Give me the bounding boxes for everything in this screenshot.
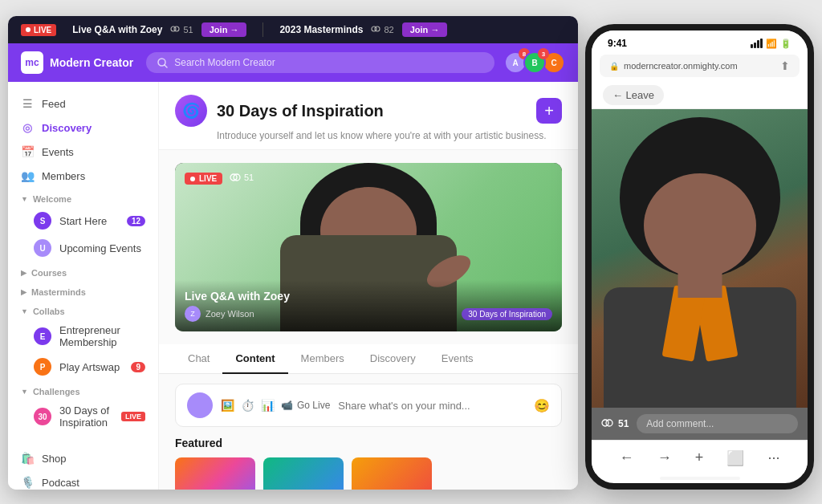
lock-icon: 🔒 — [609, 62, 619, 71]
app-header: mc Modern Creator Search Modern Creator … — [8, 43, 578, 82]
sidebar-item-discovery[interactable]: ◎ Discovery — [8, 116, 158, 140]
sidebar-sub-entrepreneur[interactable]: E Entrepreneur Membership — [8, 319, 158, 353]
signal-bar-2 — [754, 43, 756, 48]
section-collabs[interactable]: ▼ Collabs — [8, 300, 158, 319]
signal-bar-4 — [760, 39, 763, 48]
discovery-icon: ◎ — [21, 121, 34, 134]
sidebar-item-label-members: Members — [42, 170, 85, 182]
phone-home-indicator — [660, 477, 740, 480]
phone-url-bar[interactable]: 🔒 moderncreator.onmighty.com ⬆ — [600, 55, 800, 77]
channel-title-row: 🌀 30 Days of Inspiration + — [175, 95, 562, 127]
join-btn-1[interactable]: Join → — [201, 22, 247, 37]
sidebar-item-members[interactable]: 👥 Members — [8, 164, 158, 188]
phone-forward-btn[interactable]: → — [657, 449, 672, 466]
events-icon: 📅 — [21, 145, 34, 158]
post-input[interactable] — [338, 400, 526, 412]
sidebar: ☰ Feed ◎ Discovery 📅 Events 👥 Members ▼ … — [8, 82, 159, 490]
channel-name: 30 Days of Inspiration — [217, 102, 384, 120]
tab-chat[interactable]: Chat — [175, 344, 222, 374]
channel-header: 🌀 30 Days of Inspiration + Introduce you… — [159, 82, 578, 150]
sidebar-item-feed[interactable]: ☰ Feed — [8, 91, 158, 116]
gif-tool[interactable]: ⏱️ — [241, 399, 254, 412]
sub-avatar-30days: 30 — [34, 408, 51, 425]
section-challenges[interactable]: ▼ Challenges — [8, 380, 158, 400]
sub-avatar-upcoming: U — [34, 239, 51, 257]
phone-comment-input[interactable]: Add comment... — [637, 414, 798, 433]
poll-tool[interactable]: 📊 — [261, 399, 275, 412]
sidebar-sub-start-here[interactable]: S Start Here 12 — [8, 207, 158, 234]
chevron-challenges: ▼ — [21, 388, 28, 396]
section-collabs-label: Collabs — [33, 307, 65, 316]
content-tabs: Chat Content Members Discovery Events — [159, 344, 578, 374]
tab-content[interactable]: Content — [222, 344, 287, 374]
channel-icon: 🌀 — [175, 95, 207, 127]
tab-events[interactable]: Events — [429, 344, 486, 374]
live-badge: LIVE — [21, 24, 56, 36]
sidebar-sub-upcoming[interactable]: U Upcoming Events — [8, 234, 158, 262]
featured-card-2[interactable] — [263, 457, 344, 490]
tab-discovery[interactable]: Discovery — [357, 344, 429, 374]
app-body: ☰ Feed ◎ Discovery 📅 Events 👥 Members ▼ … — [8, 82, 578, 490]
svg-line-5 — [165, 65, 167, 67]
section-masterminds-label: Masterminds — [31, 287, 86, 297]
plus-button[interactable]: + — [536, 98, 562, 124]
sidebar-sub-30days[interactable]: 30 30 Days of Inspiration LIVE — [8, 400, 158, 433]
join-btn-2[interactable]: Join → — [402, 22, 448, 37]
video-host-row: Z Zoey Wilson 30 Days of Inspiration — [185, 306, 552, 322]
post-area: 🖼️ ⏱️ 📊 📹 Go Live 😊 — [175, 384, 562, 427]
sidebar-item-shop[interactable]: 🛍️ Shop — [8, 446, 158, 470]
sub-avatar-artswap: P — [34, 358, 51, 376]
leave-button[interactable]: ← Leave — [603, 85, 664, 105]
main-content: 🌀 30 Days of Inspiration + Introduce you… — [159, 82, 578, 490]
sub-avatar-entrepreneur: E — [34, 327, 51, 345]
artswap-badge: 9 — [131, 362, 145, 372]
emoji-button[interactable]: 😊 — [534, 398, 550, 413]
phone-viewer-count: 51 — [601, 418, 629, 429]
phone-menu-btn[interactable]: ··· — [767, 449, 779, 466]
podcast-icon: 🎙️ — [21, 476, 34, 489]
phone-leave-bar: ← Leave — [592, 82, 808, 109]
phone-back-btn[interactable]: ← — [620, 449, 634, 466]
feed-icon: ☰ — [21, 97, 34, 110]
phone-tabs-btn[interactable]: ⬜ — [726, 449, 744, 467]
sidebar-item-label-feed: Feed — [42, 98, 66, 110]
section-welcome-label: Welcome — [33, 194, 71, 204]
phone-share-btn[interactable]: + — [695, 449, 704, 466]
video-title: Live Q&A with Zoey — [185, 290, 552, 303]
members-icon: 👥 — [21, 169, 34, 182]
featured-section: Featured — [159, 437, 578, 490]
sidebar-item-events[interactable]: 📅 Events — [8, 140, 158, 164]
go-live-button[interactable]: 📹 Go Live — [281, 400, 330, 411]
video-viewer-count: 51 — [230, 173, 254, 182]
host-name: Zoey Wilson — [206, 309, 254, 319]
featured-card-3[interactable] — [352, 457, 432, 490]
video-live-badge: LIVE — [185, 173, 222, 185]
phone-mockup: 9:41 📶 🔋 🔒 moderncreator.onmighty.com ⬆ … — [585, 24, 814, 490]
search-bar[interactable]: Search Modern Creator — [146, 52, 494, 73]
phone-viewers-icon — [601, 419, 614, 429]
image-tool[interactable]: 🖼️ — [221, 399, 234, 412]
sidebar-item-label-events: Events — [42, 146, 74, 158]
sidebar-item-podcast[interactable]: 🎙️ Podcast — [8, 470, 158, 490]
chevron-welcome: ▼ — [21, 195, 28, 203]
desktop-app: LIVE Live Q&A with Zoey 51 Join → 2023 M… — [8, 16, 578, 490]
start-here-label: Start Here — [59, 215, 107, 227]
section-courses[interactable]: ▶ Courses — [8, 262, 158, 281]
go-live-icon: 📹 — [281, 400, 293, 411]
app-name: Modern Creator — [50, 56, 133, 69]
30days-live: LIVE — [121, 412, 145, 421]
sidebar-sub-artswap[interactable]: P Play Artswap 9 — [8, 353, 158, 380]
notif-dot-2: 3 — [538, 48, 549, 59]
video-overlay: Live Q&A with Zoey Z Zoey Wilson 30 Days… — [175, 280, 562, 331]
section-welcome[interactable]: ▼ Welcome — [8, 188, 158, 207]
viewers-icon — [230, 173, 241, 182]
section-masterminds[interactable]: ▶ Masterminds — [8, 281, 158, 300]
sidebar-item-label-discovery: Discovery — [42, 122, 92, 134]
phone-url: moderncreator.onmighty.com — [624, 61, 738, 71]
featured-grid — [175, 457, 562, 490]
tab-members[interactable]: Members — [288, 344, 357, 374]
logo-icon: mc — [21, 51, 43, 74]
share-icon[interactable]: ⬆ — [780, 59, 790, 72]
featured-card-1[interactable] — [175, 457, 255, 490]
chevron-collabs: ▼ — [21, 307, 28, 315]
